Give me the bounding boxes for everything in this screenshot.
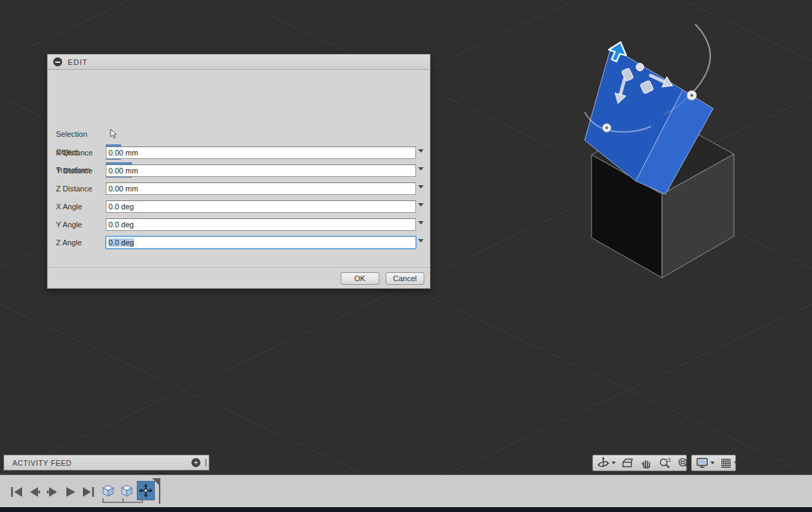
display-settings-icon bbox=[695, 456, 709, 470]
marker-stem bbox=[159, 478, 160, 504]
timeline-position-marker[interactable] bbox=[151, 478, 160, 506]
dialog-footer: OK Cancel bbox=[48, 267, 430, 289]
box-feature-icon bbox=[120, 484, 134, 498]
cursor-icon bbox=[108, 129, 118, 140]
play-button[interactable] bbox=[62, 484, 78, 499]
zoom-window-icon bbox=[677, 456, 690, 470]
look-at-icon bbox=[621, 456, 634, 470]
zoom-button[interactable]: ± bbox=[658, 456, 672, 470]
collapse-icon[interactable] bbox=[53, 57, 62, 66]
look-at-button[interactable] bbox=[621, 456, 634, 470]
grid-settings-button[interactable] bbox=[719, 457, 738, 470]
y-distance-label: Y Distance bbox=[56, 167, 93, 175]
center-point-handle[interactable] bbox=[636, 64, 644, 71]
dropdown-arrow-icon[interactable] bbox=[418, 221, 424, 225]
selection-cursor-button[interactable] bbox=[106, 126, 121, 142]
x-distance-input[interactable]: 0.00 mm bbox=[106, 146, 416, 159]
y-distance-input[interactable]: 0.00 mm bbox=[106, 164, 416, 177]
skip-to-start-button[interactable] bbox=[8, 484, 24, 499]
box-feature-icon bbox=[101, 484, 115, 498]
step-forward-icon bbox=[45, 485, 60, 499]
rotate-handle-right[interactable] bbox=[687, 91, 697, 100]
skip-to-end-button[interactable] bbox=[80, 484, 96, 499]
ok-button[interactable]: OK bbox=[341, 272, 379, 285]
cancel-button[interactable]: Cancel bbox=[386, 272, 424, 285]
orbit-button[interactable] bbox=[596, 456, 616, 470]
dropdown-arrow-icon[interactable] bbox=[418, 239, 424, 243]
chevron-down-icon[interactable] bbox=[710, 462, 715, 464]
z-distance-input[interactable]: 0.00 mm bbox=[106, 182, 416, 195]
zoom-icon: ± bbox=[658, 456, 672, 470]
feature-group-bracket bbox=[102, 497, 145, 504]
grid-settings-icon bbox=[719, 457, 733, 470]
plus-circle-icon[interactable]: + bbox=[191, 458, 200, 467]
timeline-bar bbox=[0, 475, 812, 507]
zoom-window-button[interactable] bbox=[677, 456, 690, 470]
svg-text:±: ± bbox=[667, 457, 672, 463]
navigation-toolbar: ± bbox=[592, 455, 687, 471]
resize-handle[interactable] bbox=[205, 459, 207, 466]
step-forward-button[interactable] bbox=[44, 484, 60, 499]
step-back-icon bbox=[27, 485, 42, 499]
pan-hand-icon bbox=[639, 456, 653, 470]
display-toolbar bbox=[691, 455, 736, 471]
dialog-title: EDIT bbox=[68, 58, 88, 66]
x-angle-label: X Angle bbox=[56, 202, 82, 211]
orbit-icon bbox=[596, 456, 610, 470]
bottom-strip bbox=[0, 507, 812, 512]
play-icon bbox=[63, 485, 78, 499]
dropdown-arrow-icon[interactable] bbox=[418, 167, 424, 171]
z-angle-label: Z Angle bbox=[56, 238, 82, 247]
chevron-down-icon[interactable] bbox=[734, 462, 738, 464]
y-angle-input[interactable]: 0.0 deg bbox=[106, 218, 416, 231]
dropdown-arrow-icon[interactable] bbox=[418, 149, 424, 153]
z-angle-input[interactable]: 0.0 deg bbox=[105, 236, 417, 249]
skip-to-start-icon bbox=[9, 485, 24, 499]
z-distance-label: Z Distance bbox=[56, 184, 93, 193]
y-angle-label: Y Angle bbox=[56, 220, 82, 229]
x-distance-label: X Distance bbox=[56, 149, 93, 157]
pan-button[interactable] bbox=[639, 456, 653, 470]
edit-dialog-header: EDIT bbox=[48, 55, 430, 70]
selection-label: Selection bbox=[56, 130, 87, 138]
display-settings-button[interactable] bbox=[695, 456, 715, 470]
x-angle-input[interactable]: 0.0 deg bbox=[106, 200, 416, 213]
activity-feed-label: ACTIVITY FEED bbox=[12, 459, 72, 467]
step-back-button[interactable] bbox=[26, 484, 42, 499]
chevron-down-icon[interactable] bbox=[612, 462, 616, 464]
rotate-handle-left[interactable] bbox=[603, 124, 611, 132]
playback-controls bbox=[8, 484, 96, 499]
box-feature-2[interactable] bbox=[118, 482, 135, 499]
edit-dialog: EDIT Selection Object Transform bbox=[47, 54, 431, 289]
activity-feed-bar[interactable]: ACTIVITY FEED + bbox=[3, 455, 209, 471]
dropdown-arrow-icon[interactable] bbox=[418, 203, 424, 207]
box-feature-1[interactable] bbox=[100, 482, 116, 499]
dropdown-arrow-icon[interactable] bbox=[418, 185, 424, 189]
skip-to-end-icon bbox=[81, 485, 96, 499]
